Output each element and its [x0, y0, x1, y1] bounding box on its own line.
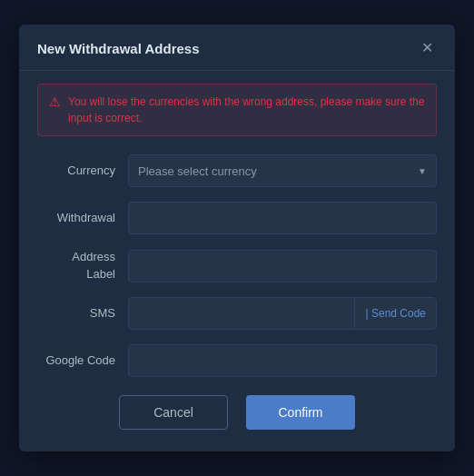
modal-title: New Withdrawal Address	[37, 41, 200, 56]
close-button[interactable]: ✕	[418, 39, 437, 57]
modal-dialog: New Withdrawal Address ✕ ⚠ You will lose…	[19, 25, 455, 451]
withdrawal-row: Withdrawal	[37, 202, 437, 234]
currency-select-text: Please select currency	[138, 164, 257, 178]
chevron-down-icon: ▼	[418, 166, 427, 176]
address-label-row: Address Label	[37, 249, 437, 282]
warning-text: You will lose the currencies with the wr…	[68, 94, 425, 126]
modal-header: New Withdrawal Address ✕	[19, 25, 455, 71]
currency-label: Currency	[37, 163, 128, 179]
sms-label: SMS	[37, 305, 128, 322]
send-code-button[interactable]: | Send Code	[354, 297, 438, 330]
warning-banner: ⚠ You will lose the currencies with the …	[37, 84, 437, 136]
google-code-row: Google Code	[37, 344, 437, 377]
cancel-button[interactable]: Cancel	[119, 395, 228, 430]
withdrawal-input[interactable]	[128, 202, 437, 234]
currency-row: Currency Please select currency ▼	[37, 154, 437, 187]
warning-icon: ⚠	[49, 94, 61, 109]
modal-footer: Cancel Confirm	[19, 395, 455, 430]
google-code-label: Google Code	[37, 352, 128, 369]
address-label-label: Address Label	[37, 249, 128, 282]
google-code-input[interactable]	[128, 344, 437, 377]
sms-input-wrapper: | Send Code	[128, 297, 437, 330]
sms-row: SMS | Send Code	[37, 297, 437, 330]
confirm-button[interactable]: Confirm	[246, 395, 355, 430]
withdrawal-label: Withdrawal	[37, 210, 128, 226]
address-label-input[interactable]	[128, 250, 437, 283]
currency-select[interactable]: Please select currency ▼	[128, 154, 437, 187]
form-body: Currency Please select currency ▼ Withdr…	[19, 145, 455, 376]
